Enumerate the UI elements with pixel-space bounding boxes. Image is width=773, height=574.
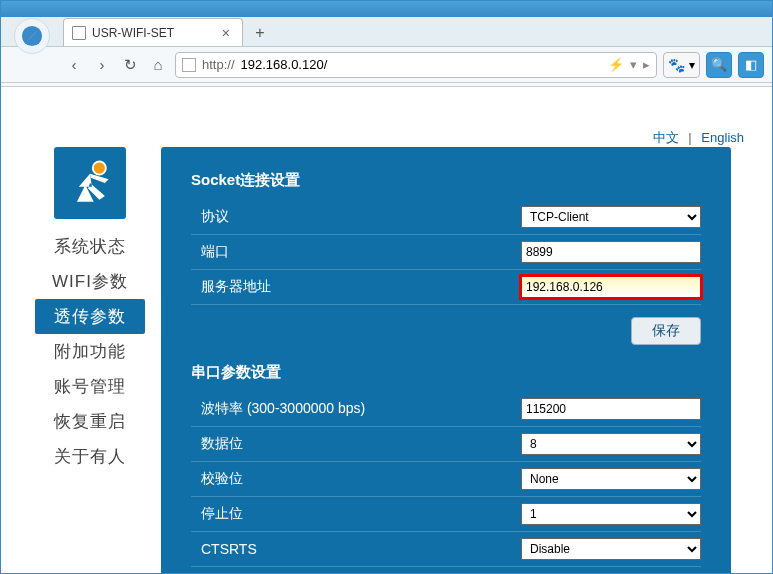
settings-panel: Socket连接设置 协议 TCP-Client 端口 服务器地址 保存 串口参… (161, 147, 731, 574)
databits-select[interactable]: 8 (521, 433, 701, 455)
page-icon (182, 58, 196, 72)
socket-save-button[interactable]: 保存 (631, 317, 701, 345)
separator: | (682, 130, 697, 145)
row-server: 服务器地址 (191, 270, 701, 305)
back-button[interactable]: ‹ (63, 54, 85, 76)
serial-section: 串口参数设置 波特率 (300-3000000 bps) 数据位 8 校验位 N… (191, 363, 701, 574)
window-titlebar (1, 1, 772, 17)
row-stop: 停止位 1 (191, 497, 701, 532)
protocol-select[interactable]: TCP-Client (521, 206, 701, 228)
baud-label: 波特率 (300-3000000 bps) (191, 400, 521, 418)
new-tab-button[interactable]: + (247, 20, 273, 46)
paw-icon: 🐾 (668, 57, 685, 73)
chevron-down-icon[interactable]: ▾ (630, 57, 637, 72)
stop-label: 停止位 (191, 505, 521, 523)
row-port: 端口 (191, 235, 701, 270)
close-icon[interactable]: × (218, 25, 234, 41)
product-logo (54, 147, 126, 219)
reload-button[interactable]: ↻ (119, 54, 141, 76)
sidebar-item-restore[interactable]: 恢复重启 (35, 404, 145, 439)
sidebar-item-status[interactable]: 系统状态 (35, 229, 145, 264)
ctsrts-label: CTSRTS (191, 541, 521, 557)
language-switch: 中文 | English (653, 129, 744, 147)
sidebar-item-wifi[interactable]: WIFI参数 (35, 264, 145, 299)
search-engine[interactable]: 🐾 ▾ (663, 52, 700, 78)
page-body: 中文 | English 系统状态 WIFI参数 透传参数 附加功能 账号管理 … (1, 87, 772, 574)
serial-title: 串口参数设置 (191, 363, 701, 382)
url-host: 192.168.0.120/ (241, 57, 328, 72)
row-ctsrts: CTSRTS Disable (191, 532, 701, 567)
svg-point-1 (93, 162, 106, 175)
forward-button[interactable]: › (91, 54, 113, 76)
page-icon (72, 26, 86, 40)
parity-select[interactable]: None (521, 468, 701, 490)
port-input[interactable] (521, 241, 701, 263)
go-icon[interactable]: ▸ (643, 57, 650, 72)
port-label: 端口 (191, 243, 521, 261)
row-baud: 波特率 (300-3000000 bps) (191, 392, 701, 427)
home-button[interactable]: ⌂ (147, 54, 169, 76)
parity-label: 校验位 (191, 470, 521, 488)
flash-icon[interactable]: ⚡ (608, 57, 624, 72)
row-protocol: 协议 TCP-Client (191, 200, 701, 235)
server-input[interactable] (521, 276, 701, 298)
address-bar[interactable]: http://192.168.0.120/ ⚡ ▾ ▸ (175, 52, 657, 78)
lang-zh[interactable]: 中文 (653, 130, 679, 145)
sidebar-toggle[interactable]: ◧ (738, 52, 764, 78)
protocol-label: 协议 (191, 208, 521, 226)
server-label: 服务器地址 (191, 278, 521, 296)
url-scheme: http:// (202, 57, 235, 72)
data-label: 数据位 (191, 435, 521, 453)
sidebar-item-account[interactable]: 账号管理 (35, 369, 145, 404)
row-data: 数据位 8 (191, 427, 701, 462)
sidebar-item-extra[interactable]: 附加功能 (35, 334, 145, 369)
sidebar-item-about[interactable]: 关于有人 (35, 439, 145, 474)
socket-section: Socket连接设置 协议 TCP-Client 端口 服务器地址 保存 (191, 171, 701, 345)
browser-tab[interactable]: USR-WIFI-SET × (63, 18, 243, 46)
row-parity: 校验位 None (191, 462, 701, 497)
svg-point-0 (22, 26, 42, 46)
stopbits-select[interactable]: 1 (521, 503, 701, 525)
search-button[interactable]: 🔍 (706, 52, 732, 78)
sidebar-item-transparent[interactable]: 透传参数 (35, 299, 145, 334)
chevron-down-icon: ▾ (689, 58, 695, 72)
tab-bar: USR-WIFI-SET × + (1, 17, 772, 47)
browser-logo (14, 18, 50, 54)
socket-title: Socket连接设置 (191, 171, 701, 190)
sidebar: 系统状态 WIFI参数 透传参数 附加功能 账号管理 恢复重启 关于有人 (35, 147, 145, 474)
tab-title: USR-WIFI-SET (92, 26, 174, 40)
baud-input[interactable] (521, 398, 701, 420)
ctsrts-select[interactable]: Disable (521, 538, 701, 560)
lang-en[interactable]: English (701, 130, 744, 145)
toolbar: ‹ › ↻ ⌂ http://192.168.0.120/ ⚡ ▾ ▸ 🐾 ▾ … (1, 47, 772, 83)
